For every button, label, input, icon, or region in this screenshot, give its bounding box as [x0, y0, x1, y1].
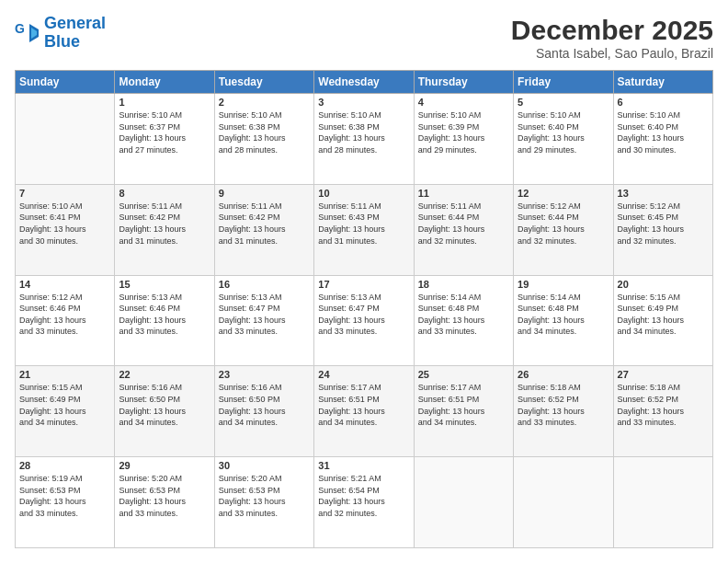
day-number: 27 [618, 369, 709, 380]
calendar-cell: 29Sunrise: 5:20 AM Sunset: 6:53 PM Dayli… [115, 457, 214, 548]
day-detail: Sunrise: 5:11 AM Sunset: 6:44 PM Dayligh… [418, 201, 509, 247]
calendar-cell [613, 457, 712, 548]
day-number: 15 [119, 279, 210, 290]
day-number: 9 [219, 188, 310, 199]
calendar-cell: 4Sunrise: 5:10 AM Sunset: 6:39 PM Daylig… [414, 94, 513, 185]
day-number: 8 [119, 188, 210, 199]
logo-icon: G [15, 20, 40, 46]
logo-line1: General [44, 14, 106, 32]
calendar-cell: 14Sunrise: 5:12 AM Sunset: 6:46 PM Dayli… [16, 275, 115, 366]
week-row-3: 21Sunrise: 5:15 AM Sunset: 6:49 PM Dayli… [16, 366, 713, 457]
calendar-cell [514, 457, 613, 548]
day-number: 20 [618, 279, 709, 290]
day-detail: Sunrise: 5:16 AM Sunset: 6:50 PM Dayligh… [219, 382, 310, 428]
calendar-cell: 28Sunrise: 5:19 AM Sunset: 6:53 PM Dayli… [16, 457, 115, 548]
calendar-cell: 12Sunrise: 5:12 AM Sunset: 6:44 PM Dayli… [514, 184, 613, 275]
day-number: 2 [219, 97, 310, 108]
day-number: 30 [219, 460, 310, 471]
day-number: 5 [518, 97, 609, 108]
day-detail: Sunrise: 5:17 AM Sunset: 6:51 PM Dayligh… [318, 382, 409, 428]
calendar-cell: 21Sunrise: 5:15 AM Sunset: 6:49 PM Dayli… [16, 366, 115, 457]
day-detail: Sunrise: 5:15 AM Sunset: 6:49 PM Dayligh… [19, 382, 110, 428]
day-detail: Sunrise: 5:10 AM Sunset: 6:40 PM Dayligh… [518, 109, 609, 155]
day-number: 16 [219, 279, 310, 290]
day-number: 11 [418, 188, 509, 199]
header-friday: Friday [514, 71, 613, 94]
calendar-cell: 6Sunrise: 5:10 AM Sunset: 6:40 PM Daylig… [613, 94, 712, 185]
day-number: 10 [318, 188, 409, 199]
day-number: 31 [318, 460, 409, 471]
week-row-1: 7Sunrise: 5:10 AM Sunset: 6:41 PM Daylig… [16, 184, 713, 275]
day-detail: Sunrise: 5:15 AM Sunset: 6:49 PM Dayligh… [618, 292, 709, 338]
day-number: 26 [518, 369, 609, 380]
day-number: 3 [318, 97, 409, 108]
day-detail: Sunrise: 5:18 AM Sunset: 6:52 PM Dayligh… [618, 382, 709, 428]
title-block: December 2025 Santa Isabel, Sao Paulo, B… [511, 15, 713, 61]
header: G General Blue December 2025 Santa Isabe… [15, 15, 713, 61]
header-saturday: Saturday [613, 71, 712, 94]
day-detail: Sunrise: 5:21 AM Sunset: 6:54 PM Dayligh… [318, 473, 409, 519]
calendar-cell: 10Sunrise: 5:11 AM Sunset: 6:43 PM Dayli… [314, 184, 414, 275]
day-detail: Sunrise: 5:11 AM Sunset: 6:42 PM Dayligh… [119, 201, 210, 247]
calendar-cell: 3Sunrise: 5:10 AM Sunset: 6:38 PM Daylig… [314, 94, 414, 185]
day-detail: Sunrise: 5:13 AM Sunset: 6:47 PM Dayligh… [219, 292, 310, 338]
day-detail: Sunrise: 5:10 AM Sunset: 6:38 PM Dayligh… [318, 109, 409, 155]
day-number: 17 [318, 279, 409, 290]
day-detail: Sunrise: 5:12 AM Sunset: 6:46 PM Dayligh… [19, 292, 110, 338]
header-sunday: Sunday [16, 71, 115, 94]
day-detail: Sunrise: 5:11 AM Sunset: 6:43 PM Dayligh… [318, 201, 409, 247]
day-number: 25 [418, 369, 509, 380]
day-detail: Sunrise: 5:11 AM Sunset: 6:42 PM Dayligh… [219, 201, 310, 247]
day-detail: Sunrise: 5:17 AM Sunset: 6:51 PM Dayligh… [418, 382, 509, 428]
day-detail: Sunrise: 5:10 AM Sunset: 6:37 PM Dayligh… [119, 109, 210, 155]
header-monday: Monday [115, 71, 214, 94]
calendar-cell: 22Sunrise: 5:16 AM Sunset: 6:50 PM Dayli… [115, 366, 214, 457]
logo-text: General Blue [44, 15, 106, 52]
day-detail: Sunrise: 5:13 AM Sunset: 6:47 PM Dayligh… [318, 292, 409, 338]
calendar-cell: 5Sunrise: 5:10 AM Sunset: 6:40 PM Daylig… [514, 94, 613, 185]
day-number: 23 [219, 369, 310, 380]
day-number: 7 [19, 188, 110, 199]
week-row-4: 28Sunrise: 5:19 AM Sunset: 6:53 PM Dayli… [16, 457, 713, 548]
main-title: December 2025 [511, 15, 713, 46]
calendar-cell: 1Sunrise: 5:10 AM Sunset: 6:37 PM Daylig… [115, 94, 214, 185]
day-number: 13 [618, 188, 709, 199]
calendar-cell: 20Sunrise: 5:15 AM Sunset: 6:49 PM Dayli… [613, 275, 712, 366]
day-detail: Sunrise: 5:19 AM Sunset: 6:53 PM Dayligh… [19, 473, 110, 519]
calendar-cell: 26Sunrise: 5:18 AM Sunset: 6:52 PM Dayli… [514, 366, 613, 457]
day-detail: Sunrise: 5:10 AM Sunset: 6:40 PM Dayligh… [618, 109, 709, 155]
calendar-cell [414, 457, 513, 548]
day-number: 14 [19, 279, 110, 290]
logo-line2: Blue [44, 32, 80, 51]
day-number: 28 [19, 460, 110, 471]
logo: G General Blue [15, 15, 106, 52]
header-thursday: Thursday [414, 71, 513, 94]
week-row-0: 1Sunrise: 5:10 AM Sunset: 6:37 PM Daylig… [16, 94, 713, 185]
calendar-cell: 2Sunrise: 5:10 AM Sunset: 6:38 PM Daylig… [214, 94, 313, 185]
day-detail: Sunrise: 5:20 AM Sunset: 6:53 PM Dayligh… [219, 473, 310, 519]
week-row-2: 14Sunrise: 5:12 AM Sunset: 6:46 PM Dayli… [16, 275, 713, 366]
day-number: 4 [418, 97, 509, 108]
calendar-table: SundayMondayTuesdayWednesdayThursdayFrid… [15, 70, 713, 548]
calendar-cell: 11Sunrise: 5:11 AM Sunset: 6:44 PM Dayli… [414, 184, 513, 275]
day-detail: Sunrise: 5:14 AM Sunset: 6:48 PM Dayligh… [418, 292, 509, 338]
day-number: 19 [518, 279, 609, 290]
calendar-cell: 24Sunrise: 5:17 AM Sunset: 6:51 PM Dayli… [314, 366, 414, 457]
day-detail: Sunrise: 5:16 AM Sunset: 6:50 PM Dayligh… [119, 382, 210, 428]
calendar-cell: 13Sunrise: 5:12 AM Sunset: 6:45 PM Dayli… [613, 184, 712, 275]
calendar-cell: 17Sunrise: 5:13 AM Sunset: 6:47 PM Dayli… [314, 275, 414, 366]
calendar-cell: 9Sunrise: 5:11 AM Sunset: 6:42 PM Daylig… [214, 184, 313, 275]
calendar-cell: 8Sunrise: 5:11 AM Sunset: 6:42 PM Daylig… [115, 184, 214, 275]
calendar-cell: 15Sunrise: 5:13 AM Sunset: 6:46 PM Dayli… [115, 275, 214, 366]
header-tuesday: Tuesday [214, 71, 313, 94]
day-detail: Sunrise: 5:20 AM Sunset: 6:53 PM Dayligh… [119, 473, 210, 519]
day-detail: Sunrise: 5:10 AM Sunset: 6:38 PM Dayligh… [219, 109, 310, 155]
day-number: 29 [119, 460, 210, 471]
day-detail: Sunrise: 5:12 AM Sunset: 6:45 PM Dayligh… [618, 201, 709, 247]
day-detail: Sunrise: 5:13 AM Sunset: 6:46 PM Dayligh… [119, 292, 210, 338]
day-number: 21 [19, 369, 110, 380]
calendar-cell: 7Sunrise: 5:10 AM Sunset: 6:41 PM Daylig… [16, 184, 115, 275]
day-detail: Sunrise: 5:10 AM Sunset: 6:39 PM Dayligh… [418, 109, 509, 155]
calendar-cell: 19Sunrise: 5:14 AM Sunset: 6:48 PM Dayli… [514, 275, 613, 366]
day-number: 6 [618, 97, 709, 108]
